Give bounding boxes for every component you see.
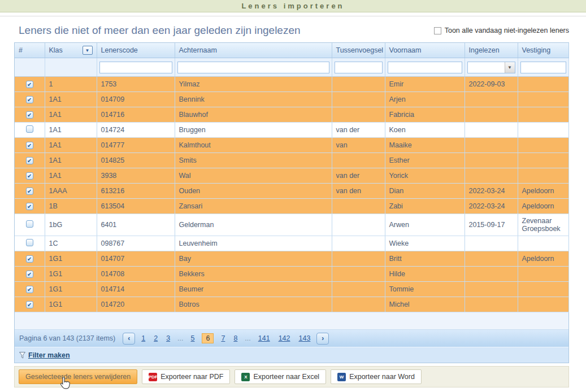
table-row[interactable]: ✔1G1014707BayBrittApeldoorn xyxy=(15,251,568,267)
cell-tussenvoegsel xyxy=(332,282,385,297)
cell-klas: 1A1 xyxy=(45,92,97,107)
pager-page-link[interactable]: 8 xyxy=(232,334,238,343)
column-header-voornaam[interactable]: Voornaam xyxy=(385,43,465,58)
cell-voornaam: Yorick xyxy=(385,168,465,184)
filter-input-tussenvoegsel[interactable] xyxy=(335,62,383,73)
export-word-button[interactable]: W Exporteer naar Word xyxy=(331,369,422,384)
show-all-toggle[interactable]: Toon alle vandaag niet-ingelezen leners xyxy=(434,27,569,34)
row-checkbox[interactable]: ✔ xyxy=(26,172,33,180)
table-body: ✔11753YilmazEmir2022-09-03✔1A1014709Benn… xyxy=(15,77,568,312)
row-checkbox[interactable]: ✔ xyxy=(26,188,33,195)
column-header-tussenvoegsel[interactable]: Tussenvoegsel xyxy=(332,43,385,58)
header-row: # Klas ▼ Lenerscode Achternaam Tussenvoe… xyxy=(15,43,568,58)
filter-bar: Filter maken xyxy=(15,347,568,363)
cell-voornaam: Emir xyxy=(385,77,465,92)
filter-input-lenerscode[interactable] xyxy=(99,62,172,73)
table-row[interactable]: 1bG6401GeldermanArwen2015-09-17Zevenaar … xyxy=(15,214,568,236)
table-row[interactable]: ✔11753YilmazEmir2022-09-03 xyxy=(15,77,568,92)
export-pdf-button[interactable]: PDF Exporteer naar PDF xyxy=(142,369,230,384)
cell-vestiging xyxy=(518,107,568,123)
cell-klas: 1G1 xyxy=(45,251,97,267)
show-all-checkbox[interactable] xyxy=(434,27,441,34)
table-row[interactable]: ✔1A1014777KalmthoutvanMaaike xyxy=(15,138,568,153)
column-header-ingelezen[interactable]: Ingelezen xyxy=(465,43,518,58)
table-row[interactable]: ✔1G1014708BekkersHilde xyxy=(15,267,568,282)
cell-lenerscode: 014777 xyxy=(97,138,175,153)
column-header-vestiging[interactable]: Vestiging xyxy=(518,43,568,58)
row-checkbox[interactable]: ✔ xyxy=(26,301,33,308)
row-checkbox[interactable] xyxy=(26,239,33,246)
cell-lenerscode: 014714 xyxy=(97,282,175,297)
row-checkbox[interactable]: ✔ xyxy=(26,255,33,263)
chevron-left-icon: ‹ xyxy=(128,334,130,342)
pager-page-link[interactable]: 2 xyxy=(153,334,159,343)
pager: Pagina 6 van 143 (2137 items) ‹ 123...56… xyxy=(15,330,568,347)
pager-ellipsis: ... xyxy=(177,334,183,342)
cell-lenerscode: 1753 xyxy=(97,77,175,92)
row-checkbox[interactable]: ✔ xyxy=(26,81,33,88)
table-row[interactable]: ✔1AAA613216Oudenvan denDian2022-03-24Ape… xyxy=(15,184,568,199)
chevron-down-icon[interactable]: ▼ xyxy=(505,62,515,73)
delete-selected-button[interactable]: Geselecteerde leners verwijderen xyxy=(19,369,137,384)
pager-page-link[interactable]: 7 xyxy=(220,334,226,343)
row-checkbox[interactable]: ✔ xyxy=(26,286,33,293)
filter-combo-ingelezen[interactable]: ▼ xyxy=(467,62,515,73)
filter-input-vestiging[interactable] xyxy=(520,62,566,73)
table-row[interactable]: ✔1A1014716BlauwhofFabricia xyxy=(15,107,568,123)
cell-lenerscode: 014707 xyxy=(97,251,175,267)
row-checkbox[interactable]: ✔ xyxy=(26,203,33,210)
filter-maken-link[interactable]: Filter maken xyxy=(28,351,70,359)
row-checkbox[interactable]: ✔ xyxy=(26,271,33,278)
filter-input-achternaam[interactable] xyxy=(177,62,329,73)
pager-summary: Pagina 6 van 143 (2137 items) xyxy=(19,334,115,342)
cell-lenerscode: 014716 xyxy=(97,107,175,123)
cell-tussenvoegsel: van der xyxy=(332,123,385,138)
cell-tussenvoegsel xyxy=(332,297,385,312)
cell-ingelezen: 2022-09-03 xyxy=(465,77,518,92)
cell-tussenvoegsel xyxy=(332,251,385,267)
table-row[interactable]: ✔1G1014714BeumerTommie xyxy=(15,282,568,297)
cell-lenerscode: 014825 xyxy=(97,153,175,168)
column-header-lenerscode[interactable]: Lenerscode xyxy=(97,43,175,58)
table-row[interactable]: 1A1014724Bruggenvan derKoen xyxy=(15,123,568,138)
row-checkbox[interactable]: ✔ xyxy=(26,157,33,164)
pager-next-button[interactable]: › xyxy=(316,333,329,345)
column-header-achternaam[interactable]: Achternaam xyxy=(175,43,332,58)
cell-klas: 1C xyxy=(45,236,97,251)
pager-page-link[interactable]: 1 xyxy=(140,334,146,343)
row-checkbox[interactable]: ✔ xyxy=(26,142,33,149)
cell-lenerscode: 014720 xyxy=(97,297,175,312)
row-checkbox[interactable] xyxy=(26,220,33,228)
show-all-label: Toon alle vandaag niet-ingelezen leners xyxy=(445,27,569,34)
cell-klas: 1G1 xyxy=(45,297,97,312)
table-row[interactable]: ✔1A1014825SmitsEsther xyxy=(15,153,568,168)
export-excel-button[interactable]: X Exporteer naar Excel xyxy=(235,369,326,384)
pager-page-link[interactable]: 3 xyxy=(165,334,171,343)
table-row[interactable]: ✔1A13938Walvan derYorick xyxy=(15,168,568,184)
cell-voornaam: Arwen xyxy=(385,214,465,236)
cell-ingelezen xyxy=(465,153,518,168)
column-header-select[interactable]: # xyxy=(15,43,45,58)
cell-vestiging xyxy=(518,236,568,251)
klas-filter-dropdown-icon[interactable]: ▼ xyxy=(83,46,93,55)
cell-achternaam: Yilmaz xyxy=(175,77,332,92)
pager-page-link[interactable]: 143 xyxy=(297,334,311,343)
filter-input-voornaam[interactable] xyxy=(388,62,462,73)
row-checkbox[interactable] xyxy=(26,125,33,133)
cell-voornaam: Zabi xyxy=(385,199,465,214)
cell-tussenvoegsel xyxy=(332,92,385,107)
pager-prev-button[interactable]: ‹ xyxy=(123,333,135,345)
column-header-klas[interactable]: Klas ▼ xyxy=(45,43,97,58)
divider xyxy=(0,12,586,16)
pager-page-link[interactable]: 5 xyxy=(190,334,196,343)
table-row[interactable]: ✔1G1014720BotrosMichel xyxy=(15,297,568,312)
table-row[interactable]: 1C098767LeuvenheimWieke xyxy=(15,236,568,251)
funnel-icon xyxy=(19,352,25,359)
table-row[interactable]: ✔1B613504ZansariZabi2022-03-24Apeldoorn xyxy=(15,199,568,214)
row-checkbox[interactable]: ✔ xyxy=(26,111,33,119)
filter-cell-klas xyxy=(45,58,97,77)
row-checkbox[interactable]: ✔ xyxy=(26,96,33,103)
table-row[interactable]: ✔1A1014709BenninkArjen xyxy=(15,92,568,107)
pager-page-link[interactable]: 141 xyxy=(257,334,271,343)
pager-page-link[interactable]: 142 xyxy=(277,334,292,343)
